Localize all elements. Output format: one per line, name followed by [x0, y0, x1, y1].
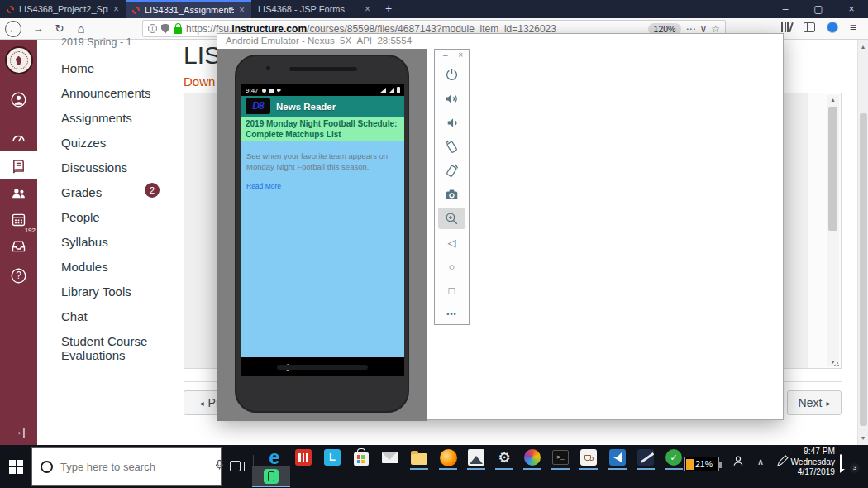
clock-date: 4/17/2019: [785, 467, 835, 478]
red-app-icon[interactable]: [293, 447, 313, 467]
courses-book-icon[interactable]: [0, 151, 37, 179]
battery-indicator[interactable]: 21%: [684, 457, 719, 471]
prev-arrow-icon: ◂: [200, 399, 204, 408]
read-more-link[interactable]: Read More: [246, 182, 281, 190]
taskbar-search-box[interactable]: [31, 447, 222, 486]
start-button[interactable]: [9, 460, 23, 474]
photos-app-icon[interactable]: [466, 447, 486, 467]
green-check-app-icon[interactable]: ✓: [664, 447, 684, 467]
zoom-button-selected[interactable]: [438, 208, 465, 229]
tab-close-icon[interactable]: ×: [365, 3, 370, 15]
inbox-icon[interactable]: 192: [0, 232, 37, 260]
tab-close-icon[interactable]: ×: [239, 4, 245, 16]
action-center-icon[interactable]: 3: [840, 455, 856, 470]
sidebar-item-syllabus[interactable]: Syllabus: [61, 235, 172, 249]
rotate-right-button[interactable]: [435, 160, 469, 181]
help-icon[interactable]: ?: [0, 261, 37, 289]
taskbar-clock[interactable]: 9:47 PM Wednesday 4/17/2019: [785, 447, 835, 478]
sidebar-item-people[interactable]: People: [61, 210, 172, 224]
minimize-button[interactable]: –: [769, 0, 802, 18]
volume-down-button[interactable]: [435, 112, 469, 133]
forward-button[interactable]: →: [30, 21, 46, 37]
page-info-icon[interactable]: i: [148, 24, 157, 33]
sidebar-item-home[interactable]: Home: [61, 61, 172, 75]
dashboard-icon[interactable]: [0, 124, 37, 152]
toolbar-minimize-icon[interactable]: –: [443, 50, 448, 60]
people-tray-icon[interactable]: [731, 453, 746, 471]
refresh-button[interactable]: ↻: [51, 21, 68, 37]
article-headline[interactable]: 2019 Monday Night Football Schedule: Com…: [241, 117, 404, 141]
sidebar-item-quizzes[interactable]: Quizzes: [61, 136, 172, 150]
cortana-icon[interactable]: [41, 461, 53, 473]
browser-tab-3[interactable]: LIS4368 - JSP Forms ×: [251, 0, 377, 18]
restore-button[interactable]: ▢: [802, 0, 835, 18]
preview-scrollbar[interactable]: ▴ ▾: [827, 95, 839, 366]
groups-icon[interactable]: [0, 179, 37, 207]
scrollbar-thumb[interactable]: [860, 113, 867, 426]
sidebar-item-modules[interactable]: Modules: [61, 260, 172, 274]
hamburger-menu-icon[interactable]: ≡: [850, 21, 856, 34]
home-button[interactable]: ⌂: [73, 21, 89, 37]
search-input[interactable]: [60, 461, 206, 473]
resize-grip[interactable]: [833, 361, 840, 367]
emu-more-button[interactable]: •••: [435, 304, 469, 325]
volume-up-button[interactable]: [435, 88, 469, 109]
l-app-icon[interactable]: L: [322, 447, 342, 467]
scroll-up-icon[interactable]: ▴: [858, 43, 868, 50]
scroll-up-icon[interactable]: ▴: [827, 96, 839, 103]
tracking-shield-icon[interactable]: [161, 24, 169, 34]
download-link[interactable]: Down: [184, 74, 215, 89]
browser-tab-2-active[interactable]: LIS4331_Assignment5_Spr19.pd ×: [126, 0, 251, 18]
new-tab-button[interactable]: +: [377, 0, 400, 18]
sidebar-item-course-evaluations[interactable]: Student Course Evaluations: [61, 334, 172, 362]
battery-fill: [686, 459, 694, 470]
emu-overview-button[interactable]: □: [435, 280, 469, 301]
java-app-icon[interactable]: [579, 447, 599, 467]
emu-home-button[interactable]: ○: [435, 256, 469, 277]
microphone-icon[interactable]: [213, 457, 226, 476]
sidebar-item-chat[interactable]: Chat: [61, 309, 172, 323]
edge-app-icon[interactable]: e: [265, 447, 284, 467]
close-button[interactable]: ×: [835, 0, 868, 18]
firefox-app-icon[interactable]: [438, 447, 458, 467]
sidebar-item-assignments[interactable]: Assignments: [61, 111, 172, 125]
account-icon[interactable]: [0, 85, 37, 113]
sidebar-item-discussions[interactable]: Discussions: [61, 160, 172, 175]
store-app-icon[interactable]: [351, 447, 371, 467]
clock-time: 9:47 PM: [785, 447, 835, 457]
settings-gear-icon[interactable]: ⚙: [494, 447, 514, 467]
screenshot-camera-button[interactable]: [435, 184, 469, 205]
scrollbar-thumb[interactable]: [828, 107, 837, 231]
status-bar: 9:47: [241, 84, 404, 96]
pen-app-icon[interactable]: [636, 447, 656, 467]
emulator-taskbar-button-active[interactable]: [252, 466, 290, 487]
scroll-down-icon[interactable]: ▾: [858, 434, 868, 442]
pinwheel-app-icon[interactable]: [522, 447, 542, 467]
rotate-left-button[interactable]: [435, 136, 469, 157]
global-nav-sidebar: 192 ? →|: [0, 40, 37, 445]
fsu-seal-logo[interactable]: [0, 46, 37, 74]
mail-app-icon[interactable]: [380, 447, 400, 467]
tray-expand-caret-icon[interactable]: ∧: [757, 457, 764, 467]
visual-studio-app-icon[interactable]: [608, 447, 627, 467]
phone-screen[interactable]: 9:47 D8 News Reader 2019 Monday Night Fo…: [241, 84, 404, 376]
toolbar-close-icon[interactable]: ×: [458, 50, 463, 60]
back-button[interactable]: ←: [5, 21, 21, 37]
collapse-nav-icon[interactable]: →|: [0, 417, 37, 445]
power-button[interactable]: [435, 64, 469, 85]
extension-icon[interactable]: [827, 22, 838, 33]
emulator-window-title: Android Emulator - Nexus_5X_API_28:5554: [226, 36, 412, 45]
sidebar-toggle-icon[interactable]: [804, 22, 815, 32]
browser-tab-1[interactable]: LIS4368_Project2_Spr19.pdf: (LI ×: [0, 0, 126, 18]
page-scrollbar[interactable]: ▴ ▾: [857, 40, 868, 445]
task-view-icon[interactable]: [230, 460, 246, 474]
file-explorer-icon[interactable]: [409, 447, 429, 467]
tab-close-icon[interactable]: ×: [113, 3, 119, 15]
library-icon[interactable]: [781, 22, 792, 32]
sidebar-item-library-tools[interactable]: Library Tools: [61, 285, 172, 299]
emulator-window[interactable]: Android Emulator - Nexus_5X_API_28:5554 …: [217, 33, 784, 420]
emu-back-button[interactable]: ◁: [435, 232, 469, 253]
command-prompt-icon[interactable]: >_: [551, 447, 570, 467]
sidebar-item-announcements[interactable]: Announcements: [61, 86, 172, 100]
next-module-button[interactable]: Next ▸: [787, 390, 842, 415]
